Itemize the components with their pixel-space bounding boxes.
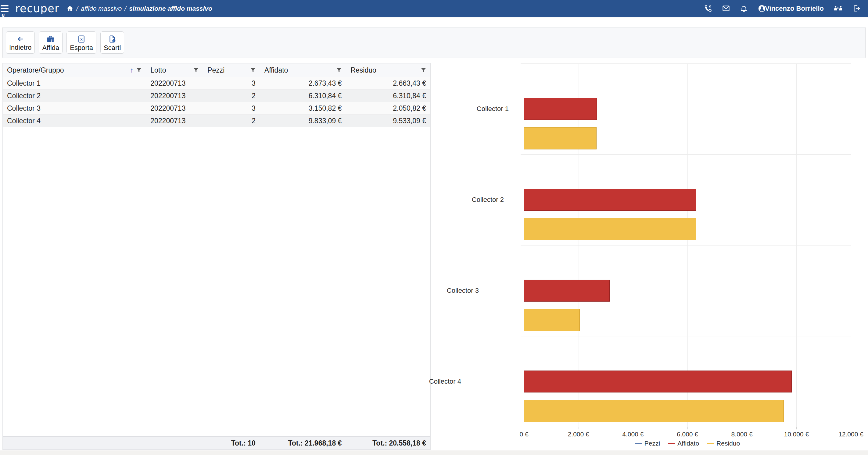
table-row[interactable]: Collector 320220071333.150,82 €2.050,82 … xyxy=(3,102,430,115)
table-cell: 2.050,82 € xyxy=(346,102,430,114)
breadcrumb-separator: / xyxy=(124,5,126,12)
table-cell: 2 xyxy=(203,90,260,102)
gridline xyxy=(851,63,851,427)
filter-icon[interactable] xyxy=(336,68,342,73)
esporta-button-label: Esporta xyxy=(70,44,93,51)
column-header-lotto[interactable]: Lotto xyxy=(146,63,203,77)
category-label: Collector 1 xyxy=(477,105,509,113)
table-cell: Collector 2 xyxy=(3,90,146,102)
legend-swatch xyxy=(668,443,675,444)
filter-icon[interactable] xyxy=(136,68,142,73)
table-cell: 2 xyxy=(203,115,260,127)
x-axis-label: 6.000 € xyxy=(677,431,698,438)
table-cell: 2.673,43 € xyxy=(260,77,346,89)
scarti-button-label: Scarti xyxy=(104,44,121,51)
bar-affidato-2 xyxy=(524,189,696,211)
column-header-pezzi[interactable]: Pezzi xyxy=(203,63,260,77)
x-axis-label: 4.000 € xyxy=(622,431,644,438)
table-row[interactable]: Collector 220220071326.310,84 €6.310,84 … xyxy=(3,90,430,102)
excel-file-icon: x xyxy=(77,35,86,43)
esporta-button[interactable]: x Esporta xyxy=(66,31,96,54)
table-cell: 202200713 xyxy=(146,115,203,127)
x-axis-label: 2.000 € xyxy=(568,431,589,438)
bell-icon[interactable] xyxy=(740,5,748,12)
people-transfer-icon[interactable] xyxy=(834,4,843,12)
table-cell: 202200713 xyxy=(146,77,203,89)
briefcase-clock-icon xyxy=(46,35,56,43)
x-axis-line xyxy=(521,427,851,427)
filter-icon[interactable] xyxy=(421,68,426,73)
axis-tick xyxy=(687,427,688,429)
x-axis-label: 10.000 € xyxy=(784,431,809,438)
x-axis-label: 0 € xyxy=(519,431,528,438)
legend-item-pezzi[interactable]: Pezzi xyxy=(635,440,660,447)
bar-pezzi-3 xyxy=(524,250,524,271)
bar-affidato-3 xyxy=(524,280,610,302)
scarti-button[interactable]: ! Scarti xyxy=(100,31,124,54)
category-label: Collector 2 xyxy=(472,196,504,204)
table-cell: 6.310,84 € xyxy=(346,90,430,102)
bar-affidato-4 xyxy=(524,370,792,393)
bar-pezzi-2 xyxy=(524,159,524,181)
affida-button[interactable]: Affida xyxy=(39,31,63,54)
table-cell: Collector 3 xyxy=(3,102,146,114)
axis-tick xyxy=(742,427,742,429)
axis-tick xyxy=(579,427,579,429)
table-cell: 3 xyxy=(203,77,260,89)
table-row[interactable]: Collector 420220071329.833,09 €9.533,09 … xyxy=(3,115,430,127)
axis-tick xyxy=(633,427,633,429)
column-header-affidato[interactable]: Affidato xyxy=(260,63,346,77)
category-label: Collector 3 xyxy=(447,287,479,295)
phone-incoming-icon[interactable] xyxy=(704,4,712,12)
table-row[interactable]: Collector 120220071332.673,43 €2.663,43 … xyxy=(3,77,430,90)
footer-cell xyxy=(146,437,203,450)
footer-total-residuo: Tot.: 20.558,18 € xyxy=(346,437,430,450)
app-logo: recuper xyxy=(15,2,60,14)
filter-icon[interactable] xyxy=(250,68,255,73)
band-separator xyxy=(521,63,851,64)
legend-item-affidato[interactable]: Affidato xyxy=(668,440,699,447)
column-header-residuo[interactable]: Residuo xyxy=(346,63,430,77)
table-cell: 6.310,84 € xyxy=(260,90,346,102)
band-separator xyxy=(521,245,851,245)
bar-residuo-4 xyxy=(524,400,784,422)
table-cell: 3.150,82 € xyxy=(260,102,346,114)
footer-total-affidato: Tot.: 21.968,18 € xyxy=(260,437,346,450)
x-axis-label: 12.000 € xyxy=(838,431,863,438)
table-cell: Collector 4 xyxy=(3,115,146,127)
user-menu[interactable]: Vincenzo Borriello xyxy=(757,4,824,13)
logout-icon[interactable] xyxy=(852,4,861,12)
legend-swatch xyxy=(707,443,714,444)
back-button[interactable]: Indietro xyxy=(6,31,35,54)
sort-asc-icon[interactable]: ↑ xyxy=(130,67,133,73)
table-footer-row: Tot.: 10 Tot.: 21.968,18 € Tot.: 20.558,… xyxy=(3,436,430,450)
mail-icon[interactable] xyxy=(722,4,730,12)
app-header: e recuper / affido massivo / simulazione… xyxy=(0,0,868,18)
breadcrumb-item[interactable]: affido massivo xyxy=(81,5,122,12)
breadcrumb-separator: / xyxy=(76,5,78,12)
table-body: Collector 120220071332.673,43 €2.663,43 … xyxy=(3,77,430,127)
band-separator xyxy=(521,336,851,336)
table-cell: 9.533,09 € xyxy=(346,115,430,127)
breadcrumb-item-current: simulazione affido massivo xyxy=(129,5,212,12)
table-cell: 3 xyxy=(203,102,260,114)
home-icon[interactable] xyxy=(66,5,73,12)
axis-tick xyxy=(851,427,851,429)
table-cell: 9.833,09 € xyxy=(260,115,346,127)
axis-tick xyxy=(524,427,524,429)
filter-icon[interactable] xyxy=(193,68,198,73)
page-bottom-strip xyxy=(0,450,868,455)
legend-item-residuo[interactable]: Residuo xyxy=(707,440,740,447)
column-header-operatore-gruppo[interactable]: Operatore/Gruppo↑ xyxy=(3,63,146,77)
footer-total-pezzi: Tot.: 10 xyxy=(203,437,260,450)
bar-pezzi-4 xyxy=(524,341,524,362)
file-warning-icon: ! xyxy=(108,35,117,43)
content-area: Operatore/Gruppo↑LottoPezziAffidatoResid… xyxy=(0,58,868,450)
band-separator xyxy=(521,154,851,155)
affido-bar-chart: 0 €2.000 €4.000 €6.000 €8.000 €10.000 €1… xyxy=(431,58,868,450)
affida-button-label: Affida xyxy=(42,44,59,51)
table-cell: 202200713 xyxy=(146,102,203,114)
sidebar-collapsed-letter: e xyxy=(2,11,5,18)
breadcrumb: / affido massivo / simulazione affido ma… xyxy=(66,5,212,12)
table-cell: Collector 1 xyxy=(3,77,146,89)
